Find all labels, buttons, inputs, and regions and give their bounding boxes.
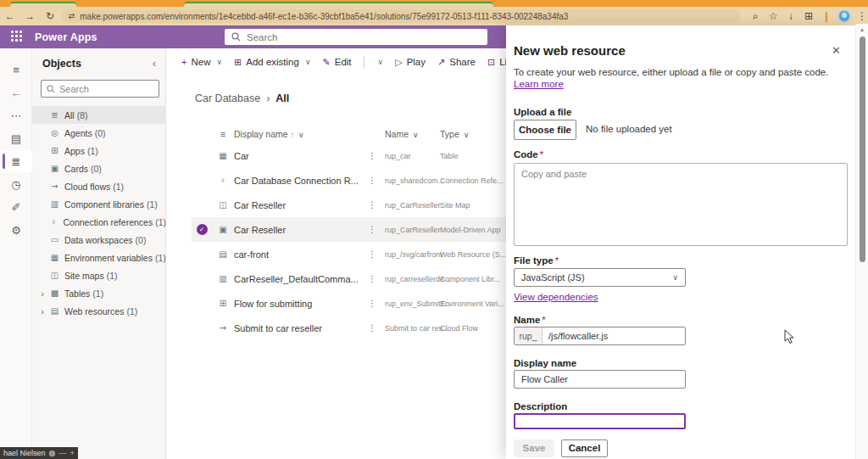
row-more-icon[interactable]: ⋮ (359, 151, 385, 160)
rail-item-pen[interactable]: ✐ (0, 196, 32, 218)
edit-split-chevron[interactable]: ∨ (376, 58, 384, 66)
cell-display-name[interactable]: Car Reseller (234, 200, 359, 210)
table-row[interactable]: ▥CarReseller_DefaultComma...⋮rup_carrese… (192, 266, 506, 291)
sidebar-item-all[interactable]: ≣All(8) (32, 106, 166, 124)
objects-search-input[interactable]: Search (41, 80, 159, 98)
panel-scrollbar[interactable]: ▲ (855, 24, 868, 459)
choose-file-button[interactable]: Choose file (514, 120, 576, 140)
chevron-right-icon[interactable]: › (36, 306, 48, 316)
rail-item-history[interactable]: ◷ (0, 173, 32, 195)
row-more-icon[interactable]: ⋮ (359, 176, 385, 185)
sidebar-item-apps[interactable]: ⊞Apps(1) (32, 142, 166, 160)
download-icon[interactable]: ↓ (785, 10, 797, 22)
pencil-icon: ✎ (323, 57, 331, 68)
cell-display-name[interactable]: Submit to car reseller (234, 323, 359, 333)
row-more-icon[interactable]: ⋮ (359, 225, 385, 234)
scroll-up-icon[interactable]: ▲ (860, 27, 865, 32)
cell-display-name[interactable]: Flow for submitting (234, 299, 359, 309)
cell-display-name[interactable]: Car (234, 151, 359, 161)
browser-actions: ⌕ ☆ ↓ ⊞ | ⋮ (749, 10, 868, 22)
share-button[interactable]: ↗Share (437, 57, 476, 68)
file-type-select[interactable]: JavaScript (JS)∨ (514, 268, 686, 287)
browser-forward-icon[interactable]: → (20, 10, 41, 22)
add-existing-button[interactable]: ⊞Add existing∨ (234, 57, 310, 68)
column-display-name[interactable]: Display name↑ ∨ (234, 129, 359, 139)
row-selected-check[interactable]: ✓ (192, 224, 212, 235)
browser-menu-icon[interactable]: ⋮ (856, 10, 868, 22)
site-info-icon[interactable]: ⇄ (69, 12, 75, 20)
rail-item-tree-view[interactable]: ≣ (0, 150, 32, 172)
sidebar-item-agents[interactable]: ◎Agents(0) (32, 124, 166, 142)
tree-view-icon: ≣ (12, 155, 21, 168)
address-bar[interactable]: ⇄ make.powerapps.com/environments/1e4ceb… (62, 9, 741, 23)
table-row[interactable]: ▦Car⋮rup_carTable (192, 143, 506, 168)
sidebar-item-component-libraries[interactable]: ▥Component libraries(1) (32, 195, 166, 213)
view-dependencies-link[interactable]: View dependencies (514, 292, 598, 302)
cell-display-name[interactable]: CarReseller_DefaultComma... (234, 274, 359, 284)
search-icon (47, 85, 55, 93)
browser-tab-strip (0, 0, 868, 7)
row-more-icon[interactable]: ⋮ (359, 323, 385, 333)
table-row[interactable]: ⊞Flow for submitting⋮rup_env_SubmitT...E… (192, 291, 506, 316)
rail-item-solution-settings[interactable]: ⚙ (0, 219, 32, 241)
chevron-right-icon[interactable]: › (36, 288, 48, 299)
row-more-icon[interactable]: ⋮ (359, 249, 385, 259)
global-search-input[interactable]: Search (225, 29, 487, 45)
table-row[interactable]: ▤car-front⋮rup_/svg/carfrontWeb Resource… (192, 242, 506, 266)
rail-item-pages[interactable]: ▤ (0, 127, 32, 149)
zoom-icon[interactable]: ⌕ (749, 10, 761, 22)
scrollbar-thumb[interactable] (860, 36, 865, 262)
learn-more-link[interactable]: Learn more (514, 79, 564, 89)
collapse-panel-icon[interactable]: ‹ (153, 57, 156, 70)
edit-button[interactable]: ✎Edit (323, 57, 352, 68)
sidebar-item-tables[interactable]: ›▩Tables(1) (32, 284, 166, 302)
cell-display-name[interactable]: car-front (234, 249, 359, 260)
main-content: +New∨ ⊞Add existing∨ ✎Edit ∨ ▷Play ↗Shar… (166, 48, 506, 459)
presenter-avatar-icon: ◍ (49, 449, 56, 457)
profile-avatar[interactable] (838, 10, 850, 22)
display-name-field[interactable]: Flow Caller (514, 370, 686, 389)
breadcrumb-solution[interactable]: Car Database (195, 92, 260, 104)
back-arrow-icon: ← (11, 87, 22, 99)
cell-display-name[interactable]: Car Database Connection R... (234, 176, 359, 186)
cell-display-name[interactable]: Car Reseller (234, 225, 359, 235)
table-row[interactable]: ⇝Submit to car reseller⋮Submit to car re… (192, 316, 506, 340)
bookmark-star-icon[interactable]: ☆ (767, 10, 779, 22)
play-button[interactable]: ▷Play (395, 57, 426, 68)
sidebar-item-cloud-flows[interactable]: ⇝Cloud flows(1) (32, 177, 166, 195)
close-icon[interactable]: ✕ (832, 44, 841, 57)
sidebar-item-site-maps[interactable]: ◫Site maps(1) (32, 266, 166, 284)
cell-type: Cloud Flow (440, 324, 478, 333)
extensions-icon[interactable]: ⊞ (803, 10, 815, 22)
sidebar-item-cards[interactable]: ▣Cards(0) (32, 160, 166, 177)
row-more-icon[interactable]: ⋮ (359, 299, 385, 308)
code-textarea[interactable]: Copy and paste (514, 163, 848, 246)
cancel-button[interactable]: Cancel (561, 439, 608, 457)
table-row[interactable]: ◫Car Reseller⋮rup_CarResellerSite Map (192, 193, 506, 217)
name-field[interactable]: rup_ /js/flowcaller.js (514, 327, 686, 345)
rail-item-more-ellipsis[interactable]: ⋯ (0, 104, 32, 126)
table-row[interactable]: ✓▣Car Reseller⋮rup_CarResellerModel-Driv… (192, 217, 506, 242)
description-field[interactable] (514, 413, 686, 429)
sidebar-item-environment-variables[interactable]: ▦Environment variables(1) (32, 249, 166, 266)
required-asterisk: * (540, 149, 543, 160)
row-more-icon[interactable]: ⋮ (359, 200, 385, 210)
sidebar-item-web-resources[interactable]: ›▤Web resources(1) (32, 302, 166, 320)
minimize-control[interactable]: — (58, 449, 66, 457)
column-type[interactable]: Type ∨ (440, 129, 469, 139)
column-name[interactable]: Name ∨ (385, 129, 437, 139)
waffle-menu-icon[interactable] (11, 31, 25, 44)
rail-item-hamburger-menu[interactable]: ≡ (0, 59, 32, 81)
expand-control[interactable]: + (70, 449, 74, 457)
web-resources-icon: ▤ (48, 306, 61, 316)
new-button[interactable]: +New∨ (181, 57, 222, 67)
command-bar: +New∨ ⊞Add existing∨ ✎Edit ∨ ▷Play ↗Shar… (166, 48, 506, 76)
browser-back-icon[interactable]: ← (0, 10, 20, 22)
browser-reload-icon[interactable]: ↻ (40, 10, 60, 22)
row-more-icon[interactable]: ⋮ (359, 274, 385, 283)
table-row[interactable]: ♀Car Database Connection R...⋮rup_shared… (192, 168, 506, 193)
live-monitor-button[interactable]: ⊡Live monitor (487, 57, 506, 68)
rail-item-back-arrow[interactable]: ← (0, 81, 32, 104)
sidebar-item-connection-references[interactable]: ♀Connection references(1) (32, 213, 166, 231)
sidebar-item-data-workspaces[interactable]: ▭Data workspaces(0) (32, 231, 166, 249)
